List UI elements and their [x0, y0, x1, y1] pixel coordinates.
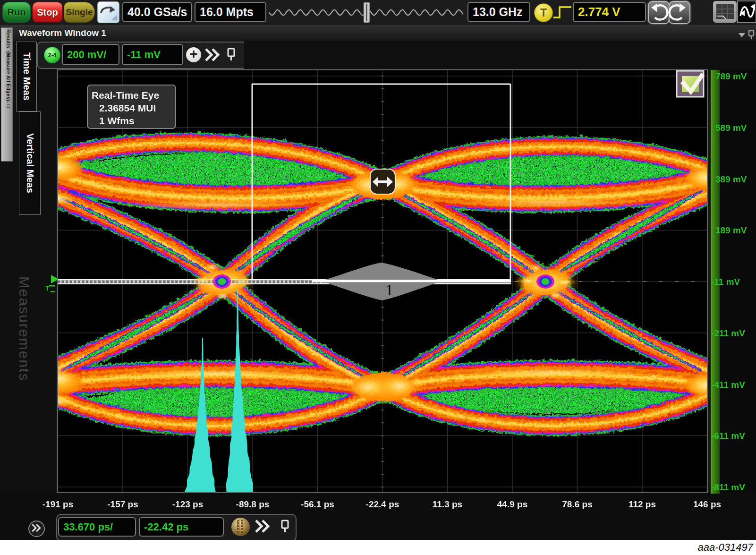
- svg-text:-11 mV: -11 mV: [711, 277, 740, 287]
- svg-text:146 ps: 146 ps: [693, 499, 721, 509]
- svg-text:189 mV: 189 mV: [715, 225, 747, 235]
- svg-text:-123 ps: -123 ps: [172, 499, 203, 509]
- svg-text:1 Wfms: 1 Wfms: [99, 115, 135, 126]
- svg-text:1: 1: [385, 281, 393, 299]
- svg-text:-811 mV: -811 mV: [711, 482, 745, 492]
- svg-text:11.3 ps: 11.3 ps: [433, 499, 462, 509]
- svg-text:-22.4 ps: -22.4 ps: [366, 499, 399, 509]
- svg-text:-89.8 ps: -89.8 ps: [236, 499, 270, 509]
- svg-text:589 mV: 589 mV: [715, 123, 747, 133]
- svg-text:389 mV: 389 mV: [715, 174, 747, 184]
- svg-text:-56.1 ps: -56.1 ps: [301, 499, 334, 509]
- svg-text:Real-Time Eye: Real-Time Eye: [92, 90, 159, 101]
- svg-text:T: T: [45, 284, 50, 292]
- svg-text:-611 mV: -611 mV: [711, 431, 745, 441]
- svg-text:2.36854 MUI: 2.36854 MUI: [99, 102, 156, 113]
- svg-text:44.9 ps: 44.9 ps: [497, 499, 527, 509]
- svg-text:-411 mV: -411 mV: [711, 380, 745, 390]
- svg-text:-211 mV: -211 mV: [711, 328, 745, 338]
- svg-text:789 mV: 789 mV: [715, 71, 747, 81]
- svg-text:-191 ps: -191 ps: [42, 499, 73, 509]
- svg-text:112 ps: 112 ps: [629, 499, 656, 509]
- svg-text:-157 ps: -157 ps: [107, 499, 138, 509]
- svg-text:78.6 ps: 78.6 ps: [562, 499, 592, 509]
